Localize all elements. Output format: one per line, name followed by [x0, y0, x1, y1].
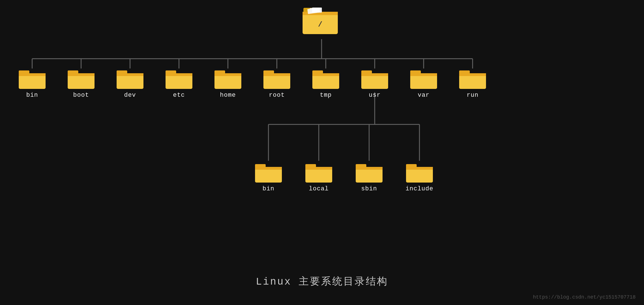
folder-etc: etc — [162, 67, 196, 99]
folder-usr: usr — [358, 67, 391, 99]
svg-rect-45 — [312, 73, 339, 76]
svg-rect-48 — [361, 73, 388, 76]
folder-var-label: var — [418, 92, 430, 99]
folder-home: home — [211, 67, 245, 99]
svg-rect-51 — [410, 73, 437, 76]
svg-rect-33 — [117, 73, 143, 76]
folder-usr-bin-label: bin — [263, 185, 275, 192]
folder-etc-label: etc — [173, 92, 185, 99]
folder-root: root — [260, 67, 294, 99]
diagram-container: / bin boot — [0, 0, 644, 305]
folder-root-label: root — [269, 92, 285, 99]
folder-run: run — [456, 67, 489, 99]
folder-boot-icon — [67, 67, 95, 89]
folder-bin-l1-label: bin — [26, 92, 38, 99]
folder-run-icon — [459, 67, 487, 89]
folder-dev-icon — [116, 67, 144, 89]
folder-usr-local-label: local — [309, 185, 329, 192]
folder-bin-l1-icon — [18, 67, 46, 89]
folder-usr-include-label: include — [405, 185, 433, 192]
folder-home-label: home — [220, 92, 236, 99]
svg-rect-27 — [19, 73, 46, 76]
diagram-caption: Linux 主要系统目录结构 — [256, 275, 388, 288]
tree-lines — [0, 0, 644, 305]
folder-dev-label: dev — [124, 92, 136, 99]
folder-etc-icon — [165, 67, 193, 89]
folder-tmp: tmp — [309, 67, 343, 99]
folder-tmp-label: tmp — [320, 92, 332, 99]
svg-rect-42 — [263, 73, 290, 76]
svg-rect-30 — [68, 73, 95, 76]
folder-usr-include: include — [403, 161, 436, 192]
folder-boot-label: boot — [73, 92, 89, 99]
folder-usr-bin: bin — [252, 161, 285, 192]
svg-rect-39 — [214, 73, 241, 76]
svg-rect-54 — [459, 73, 486, 76]
watermark: https://blog.csdn.net/yc1515707718 — [533, 294, 636, 300]
svg-rect-66 — [406, 167, 433, 170]
svg-text:/: / — [318, 20, 322, 29]
folder-home-icon — [214, 67, 242, 89]
folder-dev: dev — [113, 67, 147, 99]
folder-usr-label: usr — [369, 92, 381, 99]
svg-rect-60 — [305, 167, 332, 170]
folder-usr-sbin-label: sbin — [361, 185, 377, 192]
root-folder-icon: / — [302, 6, 338, 36]
folder-root-icon — [263, 67, 291, 89]
folder-usr-bin-icon — [254, 161, 282, 183]
folder-bin-l1: bin — [15, 67, 49, 99]
folder-usr-sbin: sbin — [352, 161, 386, 192]
root-folder: / — [303, 6, 337, 36]
svg-rect-23 — [312, 8, 322, 13]
folder-boot: boot — [64, 67, 98, 99]
folder-run-label: run — [467, 92, 479, 99]
folder-var: var — [407, 67, 440, 99]
folder-usr-local: local — [302, 161, 336, 192]
folder-usr-include-icon — [405, 161, 433, 183]
folder-usr-local-icon — [305, 161, 333, 183]
svg-rect-36 — [166, 73, 192, 76]
folder-tmp-icon — [312, 67, 340, 89]
svg-rect-57 — [255, 167, 282, 170]
folder-usr-sbin-icon — [355, 161, 383, 183]
svg-rect-63 — [356, 167, 383, 170]
folder-var-icon — [410, 67, 438, 89]
folder-usr-icon — [361, 67, 389, 89]
